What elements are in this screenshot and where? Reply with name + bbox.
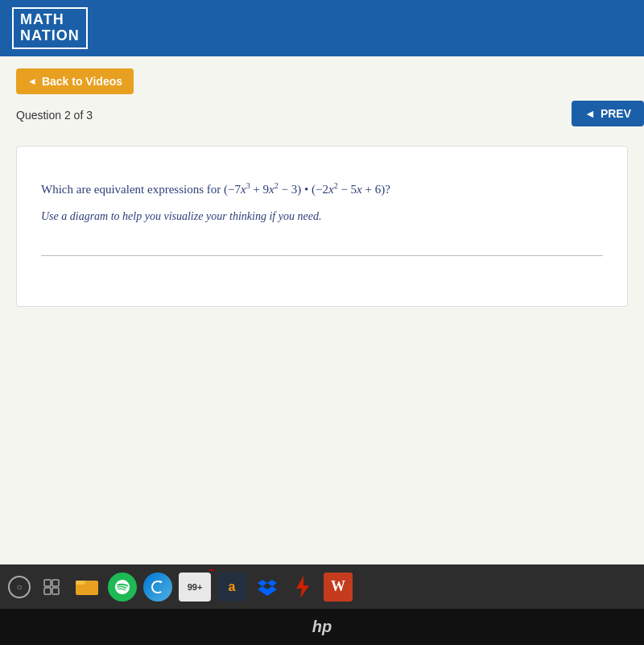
lightning-icon[interactable] [288, 573, 317, 602]
svg-rect-1 [52, 580, 59, 586]
spotify-icon[interactable] [108, 573, 137, 602]
header: MATH NATION [0, 0, 644, 56]
file-explorer-icon[interactable] [72, 573, 101, 602]
dropbox-icon[interactable] [253, 573, 282, 602]
task-view-icon[interactable] [37, 573, 66, 602]
logo-text: MATH NATION [20, 12, 80, 44]
taskbar: ○ 99+ a [0, 564, 644, 609]
svg-rect-0 [44, 580, 51, 586]
bottom-bar: hp [0, 609, 644, 645]
logo-box: MATH NATION [12, 7, 88, 49]
hp-logo: hp [312, 618, 332, 636]
previous-button[interactable]: ◄ PREV [572, 101, 644, 126]
question-text: Which are equivalent expressions for (−7… [41, 179, 603, 201]
search-icon[interactable]: ○ [8, 576, 31, 598]
notification-badge-icon[interactable]: 99+ [179, 573, 211, 602]
question-subtext: Use a diagram to help you visualize your… [41, 210, 603, 223]
amazon-icon[interactable]: a [217, 573, 246, 602]
chevron-left-icon: ◄ [27, 76, 37, 87]
edge-browser-icon[interactable] [143, 573, 172, 602]
divider [41, 255, 603, 256]
office-icon[interactable]: W [324, 573, 353, 602]
svg-rect-2 [44, 588, 51, 594]
question-area: Which are equivalent expressions for (−7… [16, 146, 628, 307]
chevron-left-icon: ◄ [584, 107, 596, 120]
main-content: ◄ Back to Videos Question 2 of 3 ◄ PREV … [0, 56, 644, 564]
question-header: Question 2 of 3 ◄ PREV [16, 109, 628, 122]
back-to-videos-button[interactable]: ◄ Back to Videos [16, 68, 134, 94]
question-number: Question 2 of 3 [16, 109, 93, 122]
svg-rect-3 [52, 588, 59, 594]
svg-rect-5 [76, 581, 85, 585]
